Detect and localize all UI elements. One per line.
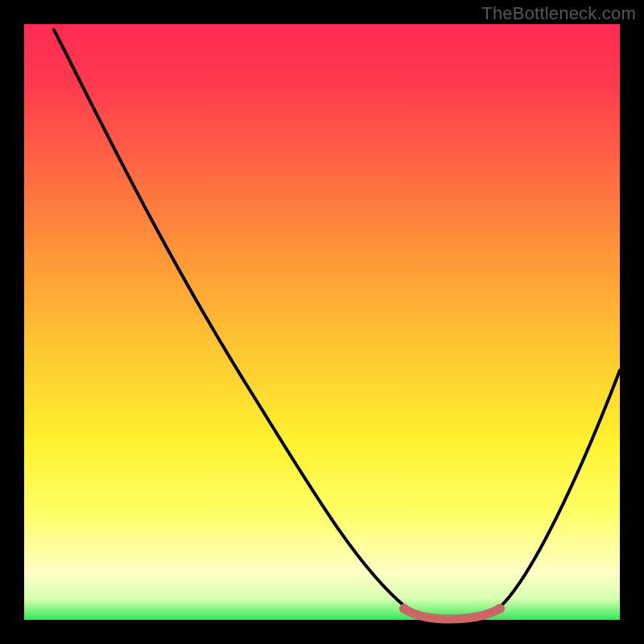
optimal-segment-end-icon — [495, 604, 505, 613]
chart-svg — [0, 0, 644, 644]
watermark-text: TheBottleneck.com — [481, 3, 636, 24]
optimal-segment-start-icon — [399, 604, 409, 613]
plot-area — [24, 24, 620, 620]
chart-container: TheBottleneck.com — [0, 0, 644, 644]
